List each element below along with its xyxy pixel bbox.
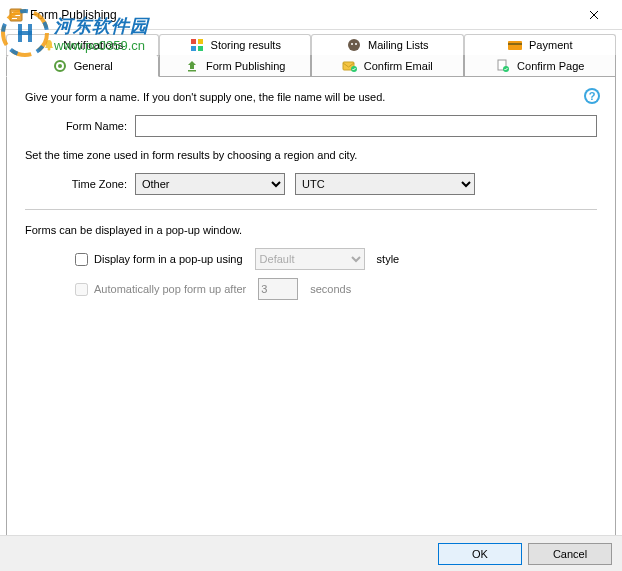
svg-text:?: ? — [589, 90, 596, 102]
button-bar: OK Cancel — [0, 535, 622, 571]
popup-intro: Forms can be displayed in a pop-up windo… — [25, 224, 597, 236]
tab-general[interactable]: General — [6, 55, 159, 77]
tabs-row-lower: General Form Publishing Confirm Email Co… — [6, 55, 616, 77]
credit-card-icon — [507, 37, 523, 53]
autopop-row: Automatically pop form up after seconds — [25, 278, 597, 300]
grid-icon — [189, 37, 205, 53]
window-title: Form Publishing — [30, 8, 574, 22]
timezone-intro: Set the time zone used in form results b… — [25, 149, 597, 161]
svg-rect-13 — [198, 46, 203, 51]
email-check-icon — [342, 58, 358, 74]
mailchimp-icon — [346, 37, 362, 53]
popup-checkbox-label: Display form in a pop-up using — [94, 253, 243, 265]
tab-label: Confirm Page — [517, 60, 584, 72]
display-popup-checkbox[interactable] — [75, 253, 88, 266]
svg-rect-6 — [12, 12, 20, 13]
form-name-label: Form Name: — [25, 120, 135, 132]
svg-rect-7 — [12, 15, 20, 16]
tab-confirm-page[interactable]: Confirm Page — [464, 55, 617, 77]
svg-rect-11 — [198, 39, 203, 44]
upload-icon — [184, 58, 200, 74]
form-name-row: Form Name: — [25, 115, 597, 137]
svg-point-14 — [348, 39, 360, 51]
tab-mailing-lists[interactable]: Mailing Lists — [311, 34, 464, 56]
tab-label: Mailing Lists — [368, 39, 429, 51]
svg-rect-17 — [508, 41, 522, 50]
timezone-city-select[interactable]: UTC — [295, 173, 475, 195]
autopop-suffix: seconds — [310, 283, 351, 295]
page-check-icon — [495, 58, 511, 74]
titlebar: Form Publishing — [0, 0, 622, 30]
tabs-row-upper: Notifications Storing results Mailing Li… — [6, 34, 616, 55]
svg-rect-18 — [508, 43, 522, 45]
autopop-label: Automatically pop form up after — [94, 283, 246, 295]
cancel-button[interactable]: Cancel — [528, 543, 612, 565]
timezone-label: Time Zone: — [25, 178, 135, 190]
popup-style-select: Default — [255, 248, 365, 270]
autopop-seconds-spinner — [258, 278, 298, 300]
tab-notifications[interactable]: Notifications — [6, 34, 159, 56]
tab-confirm-email[interactable]: Confirm Email — [311, 55, 464, 77]
help-icon[interactable]: ? — [583, 87, 601, 105]
popup-style-suffix: style — [377, 253, 400, 265]
svg-point-9 — [48, 48, 51, 51]
app-icon — [8, 7, 24, 23]
svg-point-16 — [355, 43, 357, 45]
section-divider — [25, 209, 597, 210]
tab-form-publishing[interactable]: Form Publishing — [159, 55, 312, 77]
popup-checkbox-row: Display form in a pop-up using Default s… — [25, 248, 597, 270]
tab-label: Form Publishing — [206, 60, 285, 72]
timezone-row: Time Zone: Other UTC — [25, 173, 597, 195]
svg-rect-8 — [12, 18, 17, 19]
timezone-region-select[interactable]: Other — [135, 173, 285, 195]
tab-label: General — [74, 60, 113, 72]
svg-rect-21 — [188, 70, 196, 72]
tab-label: Payment — [529, 39, 572, 51]
tab-label: Confirm Email — [364, 60, 433, 72]
tab-storing-results[interactable]: Storing results — [159, 34, 312, 56]
ok-button[interactable]: OK — [438, 543, 522, 565]
gear-icon — [52, 58, 68, 74]
svg-point-15 — [351, 43, 353, 45]
svg-rect-12 — [191, 46, 196, 51]
form-name-input[interactable] — [135, 115, 597, 137]
tabs-container: Notifications Storing results Mailing Li… — [0, 30, 622, 77]
tab-payment[interactable]: Payment — [464, 34, 617, 56]
svg-rect-10 — [191, 39, 196, 44]
close-button[interactable] — [574, 1, 614, 29]
content-panel: ? Give your form a name. If you don't su… — [6, 77, 616, 541]
svg-point-20 — [58, 64, 62, 68]
tab-label: Notifications — [63, 39, 123, 51]
bell-icon — [41, 37, 57, 53]
autopop-checkbox — [75, 283, 88, 296]
form-name-intro: Give your form a name. If you don't supp… — [25, 91, 597, 103]
tab-label: Storing results — [211, 39, 281, 51]
